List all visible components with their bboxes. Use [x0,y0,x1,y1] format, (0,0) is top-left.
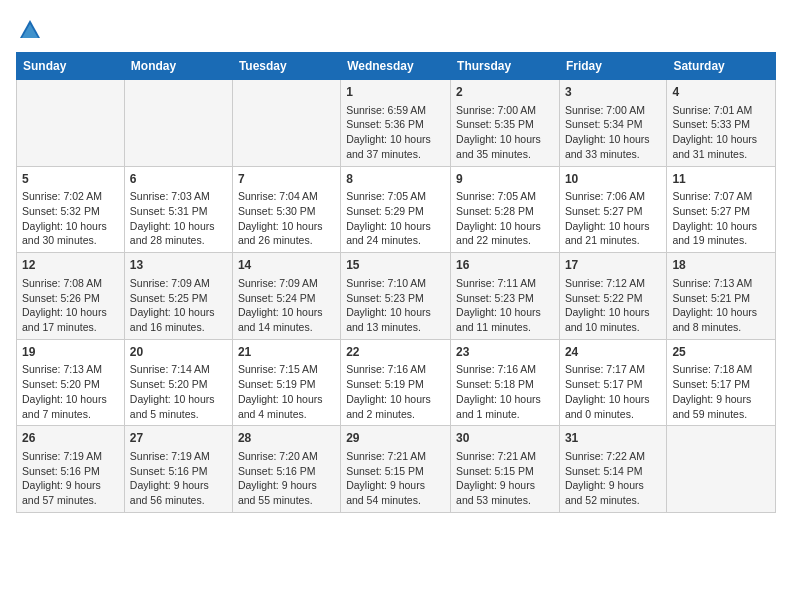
day-number: 29 [346,430,445,447]
day-number: 7 [238,171,335,188]
calendar-cell: 18Sunrise: 7:13 AM Sunset: 5:21 PM Dayli… [667,253,776,340]
day-number: 1 [346,84,445,101]
cell-content: Sunrise: 7:03 AM Sunset: 5:31 PM Dayligh… [130,189,227,248]
cell-content: Sunrise: 7:21 AM Sunset: 5:15 PM Dayligh… [456,449,554,508]
day-number: 28 [238,430,335,447]
calendar-cell: 29Sunrise: 7:21 AM Sunset: 5:15 PM Dayli… [341,426,451,513]
day-number: 6 [130,171,227,188]
header-cell-wednesday: Wednesday [341,53,451,80]
cell-content: Sunrise: 7:01 AM Sunset: 5:33 PM Dayligh… [672,103,770,162]
day-number: 25 [672,344,770,361]
cell-content: Sunrise: 7:15 AM Sunset: 5:19 PM Dayligh… [238,362,335,421]
day-number: 3 [565,84,661,101]
calendar-cell: 26Sunrise: 7:19 AM Sunset: 5:16 PM Dayli… [17,426,125,513]
day-number: 21 [238,344,335,361]
day-number: 14 [238,257,335,274]
day-number: 15 [346,257,445,274]
calendar-cell: 17Sunrise: 7:12 AM Sunset: 5:22 PM Dayli… [559,253,666,340]
calendar-cell: 8Sunrise: 7:05 AM Sunset: 5:29 PM Daylig… [341,166,451,253]
week-row-5: 26Sunrise: 7:19 AM Sunset: 5:16 PM Dayli… [17,426,776,513]
calendar-cell: 19Sunrise: 7:13 AM Sunset: 5:20 PM Dayli… [17,339,125,426]
calendar-cell: 2Sunrise: 7:00 AM Sunset: 5:35 PM Daylig… [451,80,560,167]
cell-content: Sunrise: 7:08 AM Sunset: 5:26 PM Dayligh… [22,276,119,335]
page-header [16,16,776,44]
day-number: 11 [672,171,770,188]
day-number: 17 [565,257,661,274]
calendar-cell: 10Sunrise: 7:06 AM Sunset: 5:27 PM Dayli… [559,166,666,253]
day-number: 5 [22,171,119,188]
calendar-cell: 27Sunrise: 7:19 AM Sunset: 5:16 PM Dayli… [124,426,232,513]
week-row-3: 12Sunrise: 7:08 AM Sunset: 5:26 PM Dayli… [17,253,776,340]
day-number: 23 [456,344,554,361]
calendar-cell: 12Sunrise: 7:08 AM Sunset: 5:26 PM Dayli… [17,253,125,340]
cell-content: Sunrise: 7:20 AM Sunset: 5:16 PM Dayligh… [238,449,335,508]
cell-content: Sunrise: 7:21 AM Sunset: 5:15 PM Dayligh… [346,449,445,508]
day-number: 27 [130,430,227,447]
week-row-4: 19Sunrise: 7:13 AM Sunset: 5:20 PM Dayli… [17,339,776,426]
day-number: 8 [346,171,445,188]
calendar-cell: 20Sunrise: 7:14 AM Sunset: 5:20 PM Dayli… [124,339,232,426]
calendar-cell: 23Sunrise: 7:16 AM Sunset: 5:18 PM Dayli… [451,339,560,426]
calendar-cell: 9Sunrise: 7:05 AM Sunset: 5:28 PM Daylig… [451,166,560,253]
calendar-cell: 14Sunrise: 7:09 AM Sunset: 5:24 PM Dayli… [232,253,340,340]
day-number: 20 [130,344,227,361]
cell-content: Sunrise: 7:16 AM Sunset: 5:18 PM Dayligh… [456,362,554,421]
day-number: 12 [22,257,119,274]
calendar-cell: 24Sunrise: 7:17 AM Sunset: 5:17 PM Dayli… [559,339,666,426]
cell-content: Sunrise: 7:13 AM Sunset: 5:20 PM Dayligh… [22,362,119,421]
calendar-cell: 1Sunrise: 6:59 AM Sunset: 5:36 PM Daylig… [341,80,451,167]
cell-content: Sunrise: 7:07 AM Sunset: 5:27 PM Dayligh… [672,189,770,248]
cell-content: Sunrise: 7:11 AM Sunset: 5:23 PM Dayligh… [456,276,554,335]
day-number: 22 [346,344,445,361]
cell-content: Sunrise: 7:14 AM Sunset: 5:20 PM Dayligh… [130,362,227,421]
cell-content: Sunrise: 7:16 AM Sunset: 5:19 PM Dayligh… [346,362,445,421]
cell-content: Sunrise: 7:09 AM Sunset: 5:25 PM Dayligh… [130,276,227,335]
cell-content: Sunrise: 7:06 AM Sunset: 5:27 PM Dayligh… [565,189,661,248]
day-number: 10 [565,171,661,188]
day-number: 13 [130,257,227,274]
day-number: 31 [565,430,661,447]
cell-content: Sunrise: 7:10 AM Sunset: 5:23 PM Dayligh… [346,276,445,335]
day-number: 9 [456,171,554,188]
cell-content: Sunrise: 7:19 AM Sunset: 5:16 PM Dayligh… [130,449,227,508]
week-row-1: 1Sunrise: 6:59 AM Sunset: 5:36 PM Daylig… [17,80,776,167]
calendar-table: SundayMondayTuesdayWednesdayThursdayFrid… [16,52,776,513]
header-cell-saturday: Saturday [667,53,776,80]
header-cell-tuesday: Tuesday [232,53,340,80]
header-cell-sunday: Sunday [17,53,125,80]
cell-content: Sunrise: 7:05 AM Sunset: 5:28 PM Dayligh… [456,189,554,248]
calendar-cell: 22Sunrise: 7:16 AM Sunset: 5:19 PM Dayli… [341,339,451,426]
day-number: 18 [672,257,770,274]
header-row: SundayMondayTuesdayWednesdayThursdayFrid… [17,53,776,80]
cell-content: Sunrise: 7:00 AM Sunset: 5:34 PM Dayligh… [565,103,661,162]
cell-content: Sunrise: 7:22 AM Sunset: 5:14 PM Dayligh… [565,449,661,508]
calendar-cell: 13Sunrise: 7:09 AM Sunset: 5:25 PM Dayli… [124,253,232,340]
cell-content: Sunrise: 7:00 AM Sunset: 5:35 PM Dayligh… [456,103,554,162]
day-number: 26 [22,430,119,447]
calendar-cell [232,80,340,167]
calendar-cell [667,426,776,513]
cell-content: Sunrise: 7:05 AM Sunset: 5:29 PM Dayligh… [346,189,445,248]
day-number: 19 [22,344,119,361]
calendar-cell: 15Sunrise: 7:10 AM Sunset: 5:23 PM Dayli… [341,253,451,340]
calendar-cell: 4Sunrise: 7:01 AM Sunset: 5:33 PM Daylig… [667,80,776,167]
calendar-cell: 31Sunrise: 7:22 AM Sunset: 5:14 PM Dayli… [559,426,666,513]
cell-content: Sunrise: 6:59 AM Sunset: 5:36 PM Dayligh… [346,103,445,162]
calendar-cell [17,80,125,167]
cell-content: Sunrise: 7:04 AM Sunset: 5:30 PM Dayligh… [238,189,335,248]
calendar-cell: 16Sunrise: 7:11 AM Sunset: 5:23 PM Dayli… [451,253,560,340]
cell-content: Sunrise: 7:12 AM Sunset: 5:22 PM Dayligh… [565,276,661,335]
day-number: 30 [456,430,554,447]
cell-content: Sunrise: 7:17 AM Sunset: 5:17 PM Dayligh… [565,362,661,421]
week-row-2: 5Sunrise: 7:02 AM Sunset: 5:32 PM Daylig… [17,166,776,253]
cell-content: Sunrise: 7:13 AM Sunset: 5:21 PM Dayligh… [672,276,770,335]
calendar-cell: 7Sunrise: 7:04 AM Sunset: 5:30 PM Daylig… [232,166,340,253]
calendar-cell: 6Sunrise: 7:03 AM Sunset: 5:31 PM Daylig… [124,166,232,253]
cell-content: Sunrise: 7:18 AM Sunset: 5:17 PM Dayligh… [672,362,770,421]
calendar-cell: 3Sunrise: 7:00 AM Sunset: 5:34 PM Daylig… [559,80,666,167]
logo-icon [16,16,44,44]
calendar-cell: 30Sunrise: 7:21 AM Sunset: 5:15 PM Dayli… [451,426,560,513]
calendar-cell: 11Sunrise: 7:07 AM Sunset: 5:27 PM Dayli… [667,166,776,253]
header-cell-monday: Monday [124,53,232,80]
cell-content: Sunrise: 7:09 AM Sunset: 5:24 PM Dayligh… [238,276,335,335]
